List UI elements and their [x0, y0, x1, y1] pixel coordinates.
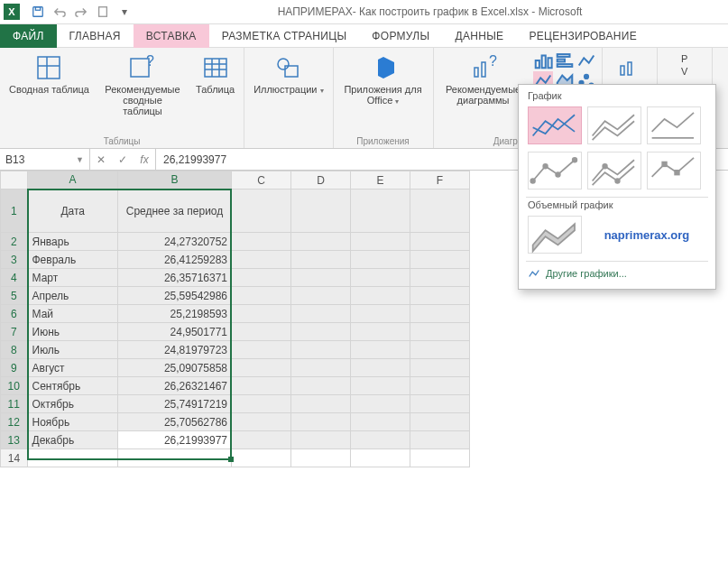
cell[interactable]: Март: [28, 269, 118, 287]
cell[interactable]: Июнь: [28, 323, 118, 341]
row-header[interactable]: 7: [1, 323, 28, 341]
row-header[interactable]: 1: [1, 190, 28, 233]
cell[interactable]: Июль: [28, 341, 118, 359]
undo-button[interactable]: [50, 2, 69, 22]
svg-rect-29: [621, 66, 624, 75]
col-header-d[interactable]: D: [291, 171, 351, 190]
svg-point-25: [584, 75, 587, 79]
cell[interactable]: 25,09075858: [118, 359, 232, 377]
row-header[interactable]: 5: [1, 287, 28, 305]
chart-line-100[interactable]: [647, 106, 701, 144]
cell[interactable]: Ноябрь: [28, 413, 118, 431]
row-header[interactable]: 10: [1, 377, 28, 395]
chart-line-100-markers[interactable]: [647, 152, 701, 190]
row-header[interactable]: 6: [1, 305, 28, 323]
col-header-a[interactable]: A: [28, 171, 118, 190]
tab-layout[interactable]: РАЗМЕТКА СТРАНИЦЫ: [209, 24, 360, 48]
cell[interactable]: Октябрь: [28, 395, 118, 413]
cell[interactable]: 26,21993977: [118, 431, 232, 449]
chart-line-stacked-markers[interactable]: [587, 152, 641, 190]
row-header[interactable]: 3: [1, 251, 28, 269]
illustrations-button[interactable]: Иллюстрации ▾: [250, 51, 327, 134]
col-header-e[interactable]: E: [351, 171, 410, 190]
cell[interactable]: Сентябрь: [28, 377, 118, 395]
insert-bar-chart-button[interactable]: [555, 51, 575, 69]
office-apps-button[interactable]: Приложения для Office ▾: [339, 51, 428, 134]
svg-rect-1: [35, 7, 40, 11]
tab-formulas[interactable]: ФОРМУЛЫ: [359, 24, 442, 48]
ribbon-tabs: ФАЙЛ ГЛАВНАЯ ВСТАВКА РАЗМЕТКА СТРАНИЦЫ Ф…: [0, 24, 728, 48]
chart-3d-line[interactable]: [528, 216, 582, 254]
cell[interactable]: 25,59542986: [118, 287, 232, 305]
row-header[interactable]: 12: [1, 413, 28, 431]
cell[interactable]: Февраль: [28, 251, 118, 269]
new-doc-button[interactable]: [93, 2, 113, 22]
cell[interactable]: 26,35716371: [118, 269, 232, 287]
cell[interactable]: Август: [28, 359, 118, 377]
row-header[interactable]: 14: [1, 449, 28, 467]
col-header-c[interactable]: C: [232, 171, 291, 190]
cell[interactable]: 24,81979723: [118, 341, 232, 359]
row-header[interactable]: 11: [1, 395, 28, 413]
cell[interactable]: Декабрь: [28, 431, 118, 449]
cell[interactable]: Январь: [28, 233, 118, 251]
excel-icon: X: [4, 4, 20, 20]
tab-file[interactable]: ФАЙЛ: [0, 24, 57, 48]
svg-point-31: [530, 179, 535, 183]
pivot-table-button[interactable]: Сводная таблица: [5, 51, 93, 134]
svg-rect-0: [33, 7, 43, 17]
cell[interactable]: Май: [28, 305, 118, 323]
cell[interactable]: Среднее за период: [118, 190, 232, 233]
chart-line-markers[interactable]: [528, 152, 582, 190]
window-title: НАПРИМЕРАХ- Как построить график в Excel…: [135, 5, 724, 18]
cell[interactable]: 25,2198593: [118, 305, 232, 323]
row-header[interactable]: 13: [1, 431, 28, 449]
fill-handle[interactable]: [228, 457, 234, 462]
col-header-f[interactable]: F: [410, 171, 470, 190]
recommended-pivot-button[interactable]: ? Рекомендуемые сводные таблицы: [98, 51, 187, 134]
save-button[interactable]: [28, 2, 48, 22]
svg-point-35: [603, 164, 607, 169]
cell[interactable]: 26,26321467: [118, 377, 232, 395]
accept-icon[interactable]: ✓: [112, 153, 134, 166]
row-header[interactable]: 9: [1, 359, 28, 377]
chart-line-basic[interactable]: [528, 106, 582, 144]
cell[interactable]: 24,27320752: [118, 233, 232, 251]
chart-line-stacked[interactable]: [587, 106, 641, 144]
recommended-charts-button[interactable]: ? Рекомендуемые диаграммы: [439, 51, 528, 134]
cell[interactable]: Апрель: [28, 287, 118, 305]
row-header[interactable]: 8: [1, 341, 28, 359]
cell[interactable]: Дата: [28, 190, 118, 233]
svg-rect-23: [557, 64, 572, 67]
svg-rect-30: [628, 62, 631, 75]
ribbon: Сводная таблица ? Рекомендуемые сводные …: [0, 48, 728, 149]
more-charts-link[interactable]: Другие графики...: [522, 264, 712, 283]
cell[interactable]: 25,74917219: [118, 395, 232, 413]
svg-text:?: ?: [146, 53, 154, 69]
fx-icon[interactable]: fx: [134, 153, 155, 166]
svg-rect-19: [541, 56, 545, 69]
tab-data[interactable]: ДАННЫЕ: [442, 24, 516, 48]
redo-button[interactable]: [71, 2, 91, 22]
name-box[interactable]: B13▼: [0, 149, 90, 170]
tab-review[interactable]: РЕЦЕНЗИРОВАНИЕ: [516, 24, 650, 48]
watermark: naprimerax.org: [604, 228, 690, 242]
table-button[interactable]: Таблица: [192, 51, 238, 134]
row-header[interactable]: 2: [1, 233, 28, 251]
cancel-icon[interactable]: ✕: [90, 153, 112, 166]
cell[interactable]: 26,41259283: [118, 251, 232, 269]
qat-customize-icon[interactable]: ▾: [115, 2, 134, 22]
svg-text:?: ?: [489, 53, 497, 69]
svg-point-32: [543, 164, 548, 169]
tab-home[interactable]: ГЛАВНАЯ: [57, 24, 134, 48]
insert-stock-chart-button[interactable]: [576, 51, 596, 69]
col-header-b[interactable]: B: [118, 171, 232, 190]
drop-header-line: График: [522, 90, 712, 105]
tab-insert[interactable]: ВСТАВКА: [134, 24, 209, 48]
cell[interactable]: 24,9501771: [118, 323, 232, 341]
insert-column-chart-button[interactable]: [533, 51, 553, 69]
row-header[interactable]: 4: [1, 269, 28, 287]
select-all-corner[interactable]: [1, 171, 28, 190]
cell[interactable]: 25,70562786: [118, 413, 232, 431]
svg-rect-3: [38, 57, 60, 79]
